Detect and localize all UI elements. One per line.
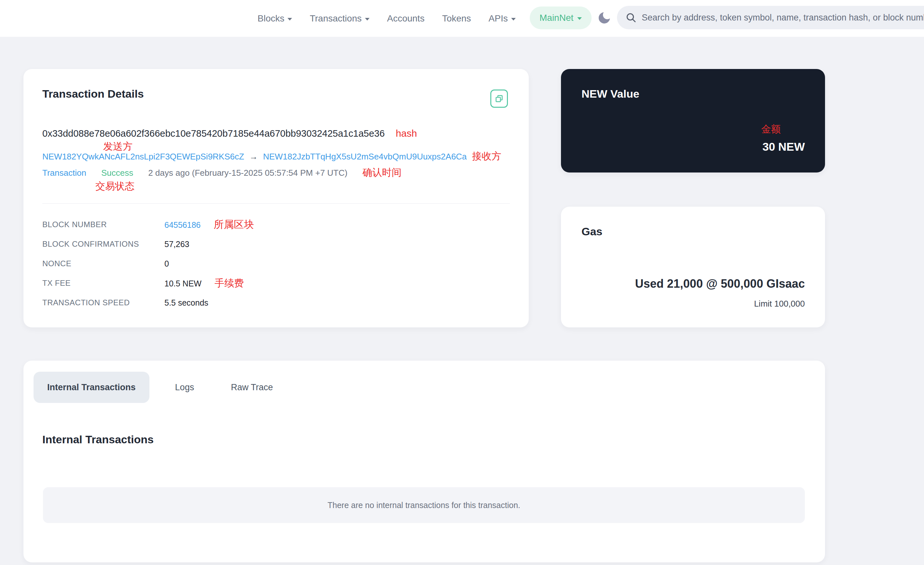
amount-value: 30 NEW [762,140,805,153]
gas-limit-value: Limit 100,000 [754,299,805,309]
field-value: 57,263 [164,240,189,249]
nav-blocks-label: Blocks [258,13,284,24]
moon-icon [597,10,612,25]
arrow-right-icon: → [249,151,258,162]
field-row-block-confirmations: BLOCK CONFIRMATIONS 57,263 [42,234,189,254]
field-value: 0 [164,259,169,268]
field-row-transaction-speed: TRANSACTION SPEED 5.5 seconds [42,293,208,312]
top-navigation-bar: Blocks Transactions Accounts Tokens APIs… [0,0,924,37]
copy-button[interactable] [490,90,508,108]
status-badge: Success [101,167,133,179]
timestamp-annotation: 确认时间 [362,166,402,178]
amount-annotation: 金额 [761,123,781,136]
block-number-annotation: 所属区块 [214,218,254,231]
tab-raw-trace[interactable]: Raw Trace [220,372,284,403]
field-row-tx-fee: TX FEE 10.5 NEW 手续费 [42,273,244,293]
network-selector[interactable]: MainNet [530,6,592,29]
hash-row: 0x33dd088e78e06a602f366ebc10e785420b7185… [42,127,417,140]
field-value: 10.5 NEW [164,279,201,288]
nav-transactions-label: Transactions [310,13,362,24]
gas-title: Gas [582,225,602,238]
network-label: MainNet [540,13,573,23]
nav-accounts-label: Accounts [387,13,424,24]
field-label: BLOCK NUMBER [42,220,164,229]
chevron-down-icon [288,18,292,21]
new-value-card: NEW Value 金额 30 NEW [561,69,825,172]
receiver-address-link[interactable]: NEW182JzbTTqHgX5sU2mSe4vbQmU9Uuxps2A6Ca [263,151,467,162]
copy-icon [494,93,504,104]
receiver-annotation: 接收方 [472,150,501,162]
field-row-block-number: BLOCK NUMBER 64556186 所属区块 [42,215,254,234]
nav-blocks[interactable]: Blocks [258,13,292,24]
gas-card: Gas Used 21,000 @ 500,000 GIsaac Limit 1… [561,207,825,327]
field-label: BLOCK CONFIRMATIONS [42,240,164,249]
block-number-link[interactable]: 64556186 [164,220,201,230]
status-row: Transaction Success 2 days ago (February… [42,166,402,179]
transaction-type-link[interactable]: Transaction [42,167,86,179]
address-row: NEW182YQwkANcAFL2nsLpi2F3QEWEpSi9RKS6cZ … [42,150,501,162]
nav-apis-label: APIs [489,13,508,24]
chevron-down-icon [577,17,582,20]
nav-tokens-label: Tokens [442,13,471,24]
tabs-row: Internal Transactions Logs Raw Trace [33,372,284,403]
search-input[interactable] [642,13,924,23]
transaction-details-card: Transaction Details 0x33dd088e78e06a602f… [24,69,529,327]
nav-links: Blocks Transactions Accounts Tokens APIs [258,0,516,37]
search-icon [626,12,636,23]
timestamp: 2 days ago (February-15-2025 05:57:54 PM… [148,167,347,179]
nav-apis[interactable]: APIs [489,13,516,24]
field-label: TRANSACTION SPEED [42,298,164,307]
chevron-down-icon [511,18,516,21]
new-value-title: NEW Value [582,87,639,100]
field-value: 5.5 seconds [164,298,208,307]
gas-used-value: Used 21,000 @ 500,000 GIsaac [635,277,805,291]
sender-address-link[interactable]: NEW182YQwkANcAFL2nsLpi2F3QEWEpSi9RKS6cZ [42,151,244,162]
nav-tokens[interactable]: Tokens [442,13,471,24]
transaction-details-title: Transaction Details [42,87,144,100]
tab-logs[interactable]: Logs [164,372,206,403]
field-label: NONCE [42,259,164,268]
field-row-nonce: NONCE 0 [42,254,169,273]
nav-transactions[interactable]: Transactions [310,13,369,24]
chevron-down-icon [365,18,369,21]
empty-state-message: There are no internal transactions for t… [327,501,520,510]
internal-transactions-heading: Internal Transactions [42,433,154,446]
field-label: TX FEE [42,279,164,288]
transaction-hash: 0x33dd088e78e06a602f366ebc10e785420b7185… [42,127,385,140]
tab-internal-transactions[interactable]: Internal Transactions [33,372,150,403]
search-bar[interactable] [617,6,924,29]
hash-annotation: hash [396,127,417,140]
status-annotation: 交易状态 [95,180,135,193]
transaction-tabs-card: Internal Transactions Logs Raw Trace Int… [24,361,825,562]
nav-accounts[interactable]: Accounts [387,13,424,24]
dark-mode-toggle[interactable] [597,10,612,26]
empty-state-box: There are no internal transactions for t… [43,487,805,523]
tx-fee-annotation: 手续费 [214,277,244,290]
